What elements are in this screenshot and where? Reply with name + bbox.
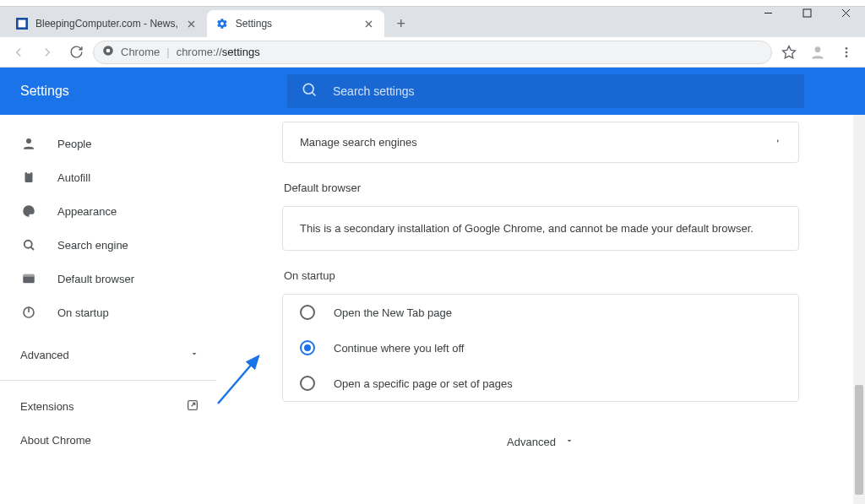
advanced-footer-toggle[interactable]: Advanced [282,436,799,448]
sidebar-item-appearance[interactable]: Appearance [0,194,216,228]
tab-close-button[interactable] [185,17,199,30]
power-icon [20,305,37,320]
omnibox-url: chrome://settings [177,46,260,58]
card-default-browser: This is a secondary installation of Goog… [282,206,799,251]
sidebar-item-label: People [57,138,91,150]
tab-settings[interactable]: Settings [207,10,384,37]
favicon-settings-gear-icon [215,17,229,30]
settings-sidebar: People Autofill Appearance Search engine… [0,115,216,504]
sidebar-item-label: Default browser [57,273,134,285]
svg-marker-12 [783,46,796,57]
svg-point-22 [24,241,32,248]
card-manage-search-engines: Manage search engines [282,122,799,163]
startup-option-label: Continue where you left off [334,342,464,355]
sidebar-item-about-chrome[interactable]: About Chrome [0,423,216,457]
search-icon [20,237,37,252]
sidebar-divider [0,380,216,381]
svg-line-18 [313,93,316,96]
manage-engines-label: Manage search engines [300,136,417,149]
svg-rect-20 [25,172,33,182]
chrome-menu-button[interactable] [835,41,858,64]
chevron-right-icon [775,136,781,149]
radio-icon [300,305,315,320]
startup-option-label: Open a specific page or set of pages [334,377,513,390]
sidebar-item-label: On startup [57,306,109,319]
startup-option-new-tab[interactable]: Open the New Tab page [283,295,798,330]
sidebar-item-search-engine[interactable]: Search engine [0,228,216,262]
open-external-icon [186,398,199,415]
tab-strip: BleepingComputer.com - News, Settings + [0,7,865,37]
tab-title: BleepingComputer.com - News, [35,18,178,30]
startup-option-continue[interactable]: Continue where you left off [283,330,798,366]
svg-point-19 [26,138,31,144]
svg-marker-31 [567,440,571,442]
svg-rect-25 [23,274,35,277]
back-button[interactable] [7,41,30,64]
tab-bleepingcomputer[interactable]: BleepingComputer.com - News, [7,10,207,37]
search-icon [301,81,318,101]
section-title-default-browser: Default browser [284,182,799,194]
omnibox-scheme-label: Chrome [121,46,160,58]
startup-option-specific-pages[interactable]: Open a specific page or set of pages [283,366,798,401]
radio-icon [300,376,315,391]
svg-line-23 [31,247,34,250]
sidebar-item-on-startup[interactable]: On startup [0,295,216,329]
sidebar-advanced-toggle[interactable]: Advanced [0,338,216,371]
radio-selected-icon [300,340,315,355]
svg-rect-5 [19,20,26,28]
window-minimize-button[interactable] [748,0,787,25]
settings-title: Settings [20,84,226,99]
scrollbar-thumb[interactable] [855,385,863,495]
svg-point-16 [846,55,848,57]
browser-icon [20,271,37,286]
svg-point-13 [815,46,821,52]
svg-point-15 [846,51,848,53]
clipboard-icon [20,170,37,185]
settings-search-box[interactable] [287,74,804,108]
forward-button[interactable] [35,41,59,64]
svg-point-14 [846,47,848,50]
svg-point-11 [106,49,111,53]
svg-point-17 [303,84,313,94]
chrome-page-icon [102,45,114,59]
window-titlebar [0,0,865,7]
sidebar-item-extensions[interactable]: Extensions [0,389,216,423]
sidebar-item-label: Search engine [57,239,128,252]
sidebar-item-default-browser[interactable]: Default browser [0,262,216,295]
about-label: About Chrome [20,434,91,447]
extensions-label: Extensions [20,400,74,413]
sidebar-item-label: Appearance [57,205,117,218]
svg-rect-1 [803,9,811,17]
svg-marker-28 [193,353,197,355]
tab-title: Settings [236,18,356,30]
scrollbar-track[interactable] [853,115,865,504]
card-on-startup: Open the New Tab page Continue where you… [282,294,799,402]
advanced-footer-label: Advanced [507,436,556,448]
svg-rect-21 [27,171,31,174]
omnibox-separator: | [166,46,169,58]
settings-search-input[interactable] [333,84,791,98]
startup-option-label: Open the New Tab page [334,306,452,319]
favicon-bleepingcomputer-icon [15,17,29,30]
new-tab-button[interactable]: + [389,12,413,35]
sidebar-item-people[interactable]: People [0,127,216,160]
browser-toolbar: Chrome | chrome://settings [0,37,865,68]
bookmark-star-icon[interactable] [777,41,801,64]
reload-button[interactable] [64,41,88,64]
chevron-down-icon [564,436,574,448]
settings-main-panel: Manage search engines Default browser Th… [216,115,865,504]
address-bar[interactable]: Chrome | chrome://settings [93,41,772,64]
palette-icon [20,203,37,219]
svg-marker-30 [777,139,779,143]
window-close-button[interactable] [826,0,865,25]
tab-close-button[interactable] [362,17,376,30]
sidebar-item-label: Autofill [57,171,90,184]
window-maximize-button[interactable] [787,0,826,25]
sidebar-item-autofill[interactable]: Autofill [0,160,216,194]
settings-header: Settings [0,68,865,115]
chevron-down-icon [189,349,199,361]
person-icon [20,136,37,151]
section-title-on-startup: On startup [284,269,799,282]
profile-avatar-icon[interactable] [806,41,830,64]
row-manage-search-engines[interactable]: Manage search engines [283,122,798,162]
